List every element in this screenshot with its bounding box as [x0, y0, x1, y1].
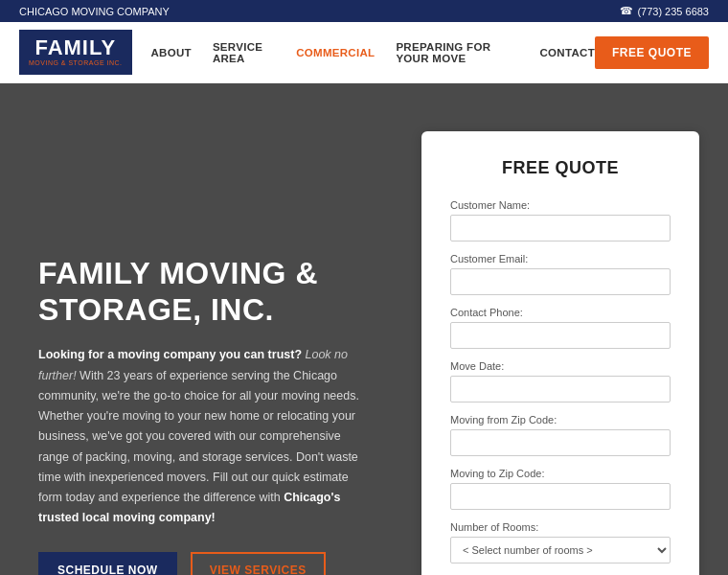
form-row-email: Customer Email: [450, 253, 671, 295]
company-name: CHICAGO MOVING COMPANY [19, 6, 170, 17]
phone-area: ☎ (773) 235 6683 [620, 5, 709, 17]
input-customer-email[interactable] [450, 268, 671, 295]
form-row-move-date: Move Date: [450, 360, 671, 402]
nav-links: ABOUT SERVICE AREA COMMERCIAL PREPARING … [151, 41, 595, 64]
hero-desc-bold: Looking for a moving company you can tru… [38, 348, 302, 361]
view-services-button[interactable]: VIEW SERVICES [191, 552, 326, 575]
hero-description: Looking for a moving company you can tru… [38, 345, 364, 528]
label-to-zip: Moving to Zip Code: [450, 468, 671, 479]
input-from-zip[interactable] [450, 429, 671, 456]
hero-title: FAMILY MOVING & STORAGE, INC. [38, 255, 393, 329]
label-from-zip: Moving from Zip Code: [450, 414, 671, 426]
nav-about[interactable]: ABOUT [151, 47, 192, 58]
free-quote-button[interactable]: FREE QUOTE [595, 36, 709, 69]
logo[interactable]: FAMILY MOVING & STORAGE INC. [19, 30, 132, 75]
input-customer-name[interactable] [450, 215, 671, 242]
nav-preparing[interactable]: PREPARING FOR YOUR MOVE [396, 41, 518, 64]
schedule-now-button[interactable]: SCHEDULE NOW [38, 552, 177, 575]
logo-sub-text: MOVING & STORAGE INC. [29, 58, 123, 67]
label-rooms: Number of Rooms: [450, 521, 671, 533]
label-move-date: Move Date: [450, 360, 671, 372]
logo-family-text: FAMILY [34, 37, 116, 58]
input-move-date[interactable] [450, 376, 671, 402]
main-nav: FAMILY MOVING & STORAGE INC. ABOUT SERVI… [0, 22, 728, 83]
form-row-rooms: Number of Rooms: < Select number of room… [450, 521, 671, 564]
phone-icon: ☎ [620, 5, 633, 17]
form-row-phone: Contact Phone: [450, 307, 671, 349]
phone-number: (773) 235 6683 [637, 6, 709, 17]
nav-contact[interactable]: CONTACT [540, 47, 595, 58]
input-contact-phone[interactable] [450, 322, 671, 349]
top-bar: CHICAGO MOVING COMPANY ☎ (773) 235 6683 [0, 0, 728, 22]
nav-service-area[interactable]: SERVICE AREA [213, 41, 275, 64]
select-rooms[interactable]: < Select number of rooms > Studio 1 Bedr… [450, 537, 671, 564]
label-customer-email: Customer Email: [450, 253, 671, 264]
hero-desc-rest: With 23 years of experience serving the … [38, 369, 359, 505]
form-row-to-zip: Moving to Zip Code: [450, 468, 671, 510]
quote-card: FREE QUOTE Customer Name: Customer Email… [421, 131, 699, 575]
form-row-name: Customer Name: [450, 199, 671, 242]
form-row-from-zip: Moving from Zip Code: [450, 414, 671, 456]
hero-left: FAMILY MOVING & STORAGE, INC. Looking fo… [38, 122, 393, 575]
label-customer-name: Customer Name: [450, 199, 671, 211]
hero-buttons: SCHEDULE NOW VIEW SERVICES [38, 552, 393, 575]
quote-form-title: FREE QUOTE [450, 158, 671, 178]
hero-section: FAMILY MOVING & STORAGE, INC. Looking fo… [0, 83, 728, 575]
nav-commercial[interactable]: COMMERCIAL [296, 47, 375, 58]
input-to-zip[interactable] [450, 483, 671, 510]
label-contact-phone: Contact Phone: [450, 307, 671, 318]
